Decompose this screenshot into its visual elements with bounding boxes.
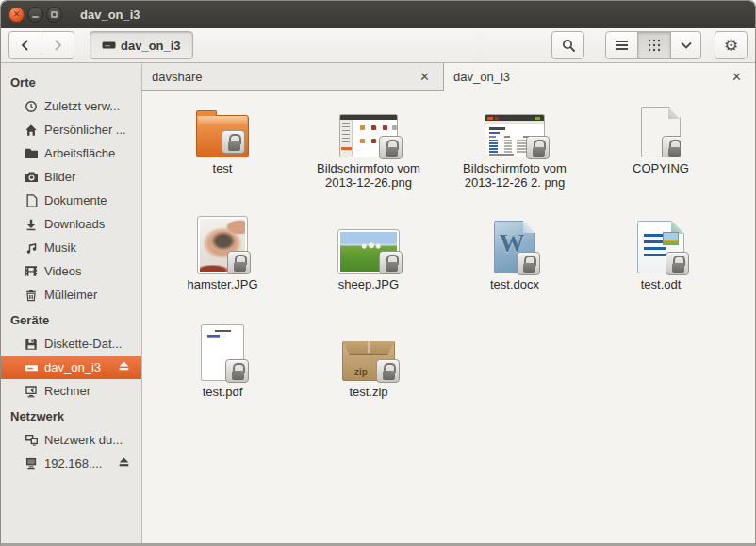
home-icon (24, 123, 39, 138)
sidebar-item-diskette-dat[interactable]: Diskette-Dat... (1, 332, 141, 356)
list-view-button[interactable] (605, 31, 638, 59)
location-label: dav_on_i3 (121, 39, 181, 53)
file-item-test-odt[interactable]: test.odt (590, 211, 731, 291)
sidebar-item-label: Persönlicher ... (44, 123, 126, 137)
sidebar-item-bilder[interactable]: Bilder (1, 165, 141, 189)
sidebar-item-label: Arbeitsfläche (44, 146, 115, 160)
close-icon[interactable]: ✕ (416, 70, 434, 84)
computer-icon (24, 384, 39, 399)
zip-archive-icon (342, 341, 395, 381)
sidebar-item-downloads[interactable]: Downloads (1, 212, 141, 236)
screenshot-filemanager-thumbnail (339, 114, 398, 157)
file-name-label: Bildschirmfoto vom 2013-12-26 2. png (452, 161, 577, 190)
settings-button[interactable]: ⚙ (715, 31, 748, 59)
sidebar-item-netzwerk-du[interactable]: Netzwerk du... (1, 428, 141, 452)
lock-emblem-icon (526, 136, 550, 159)
close-icon[interactable] (8, 7, 25, 23)
file-name-label: sheep.JPG (338, 277, 399, 291)
file-item-sheep-jpg[interactable]: sheep.JPG (298, 211, 439, 291)
sidebar-item-rechner[interactable]: Rechner (1, 379, 141, 403)
lock-emblem-icon (379, 251, 403, 274)
network-icon (24, 433, 39, 448)
sidebar-item-label: Mülleimer (44, 288, 97, 302)
sidebar-item-pers-nlicher[interactable]: Persönlicher ... (1, 118, 141, 141)
floppy-icon (24, 337, 39, 352)
minimize-icon[interactable] (27, 7, 43, 23)
trash-icon (24, 288, 39, 303)
hamster-photo-thumbnail (198, 217, 247, 273)
sidebar-section-header: Geräte (1, 306, 141, 332)
server-icon (24, 456, 39, 472)
sidebar-item-label: Diskette-Dat... (44, 337, 122, 351)
forward-button[interactable] (41, 31, 74, 59)
location-button[interactable]: dav_on_i3 (90, 31, 193, 59)
sidebar-item-arbeitsfl-che[interactable]: Arbeitsfläche (1, 141, 141, 165)
file-item-hamster-jpg[interactable]: hamster.JPG (152, 211, 293, 291)
close-icon[interactable]: ✕ (728, 70, 746, 84)
sidebar-item-dokumente[interactable]: Dokumente (1, 189, 141, 212)
sidebar-item-videos[interactable]: Videos (1, 259, 141, 283)
grid-view-button[interactable] (638, 31, 671, 59)
sidebar-item-zuletzt-verw[interactable]: Zuletzt verw... (1, 94, 141, 118)
lock-emblem-icon (517, 252, 540, 275)
search-button[interactable] (551, 31, 584, 59)
harddrive-icon (24, 360, 39, 375)
tab-label: davshare (152, 70, 416, 84)
sidebar-item-192-168[interactable]: 192.168.... (1, 452, 141, 475)
file-item-test-zip[interactable]: test.zip (298, 319, 439, 399)
tab-davshare[interactable]: davshare ✕ (142, 63, 444, 91)
file-grid: testBildschirmfoto vom 2013-12-26.pngBil… (142, 91, 755, 546)
eject-icon[interactable] (118, 456, 132, 471)
sidebar-item-label: Bilder (44, 170, 75, 184)
back-button[interactable] (8, 31, 41, 59)
file-item-copying[interactable]: COPYING (590, 95, 731, 175)
file-item-test-docx[interactable]: test.docx (444, 211, 585, 291)
file-name-label: COPYING (633, 161, 689, 175)
tab-bar: davshare ✕ dav_on_i3 ✕ (142, 63, 755, 91)
clock-icon (24, 99, 39, 114)
camera-icon (24, 170, 39, 185)
gear-icon: ⚙ (724, 38, 738, 54)
lock-emblem-icon (379, 136, 403, 159)
download-icon (24, 217, 39, 232)
tab-dav-on-i3[interactable]: dav_on_i3 ✕ (444, 63, 755, 91)
file-item-bildschirmfoto-vom-2013-12-26-2-png[interactable]: Bildschirmfoto vom 2013-12-26 2. png (444, 95, 585, 190)
nav-button-group (8, 31, 74, 59)
sidebar-item-label: 192.168.... (44, 456, 102, 471)
file-item-bildschirmfoto-vom-2013-12-26-png[interactable]: Bildschirmfoto vom 2013-12-26.png (298, 95, 439, 190)
sidebar-item-label: Zuletzt verw... (44, 99, 120, 113)
sidebar-item-dav-on-i3[interactable]: dav_on_i3 (1, 356, 141, 379)
file-name-label: test (213, 161, 233, 175)
sidebar-item-label: Rechner (44, 384, 90, 398)
screenshot-browser-thumbnail (485, 114, 545, 157)
lock-emblem-icon (227, 251, 251, 274)
file-name-label: test.zip (349, 385, 387, 399)
sidebar-section-header: Orte (1, 69, 141, 94)
file-item-test-pdf[interactable]: test.pdf (152, 319, 293, 399)
folder-icon (24, 146, 39, 161)
file-item-test[interactable]: test (152, 95, 293, 175)
view-options-button[interactable] (671, 31, 701, 59)
sidebar-item-m-lleimer[interactable]: Mülleimer (1, 283, 141, 306)
sidebar-item-label: dav_on_i3 (44, 360, 101, 374)
harddrive-icon (102, 40, 116, 51)
sheep-photo-thumbnail (338, 230, 399, 273)
document-icon (24, 193, 39, 208)
list-view-icon (615, 40, 629, 51)
view-button-group (605, 31, 701, 59)
folder-icon (196, 115, 249, 157)
sidebar-item-musik[interactable]: Musik (1, 236, 141, 259)
file-name-label: hamster.JPG (187, 277, 257, 291)
eject-icon[interactable] (118, 360, 132, 374)
sidebar-section-header: Netzwerk (1, 403, 141, 428)
odt-document-icon (637, 221, 684, 273)
titlebar: dav_on_i3 (1, 1, 755, 28)
grid-view-icon (648, 39, 661, 52)
toolbar: dav_on_i3 (1, 28, 755, 63)
file-name-label: test.pdf (203, 385, 243, 399)
tab-label: dav_on_i3 (453, 70, 728, 84)
maximize-icon[interactable] (46, 7, 62, 23)
lock-emblem-icon (666, 252, 689, 275)
lock-emblem-icon (376, 359, 400, 383)
sidebar-item-label: Videos (44, 264, 82, 278)
